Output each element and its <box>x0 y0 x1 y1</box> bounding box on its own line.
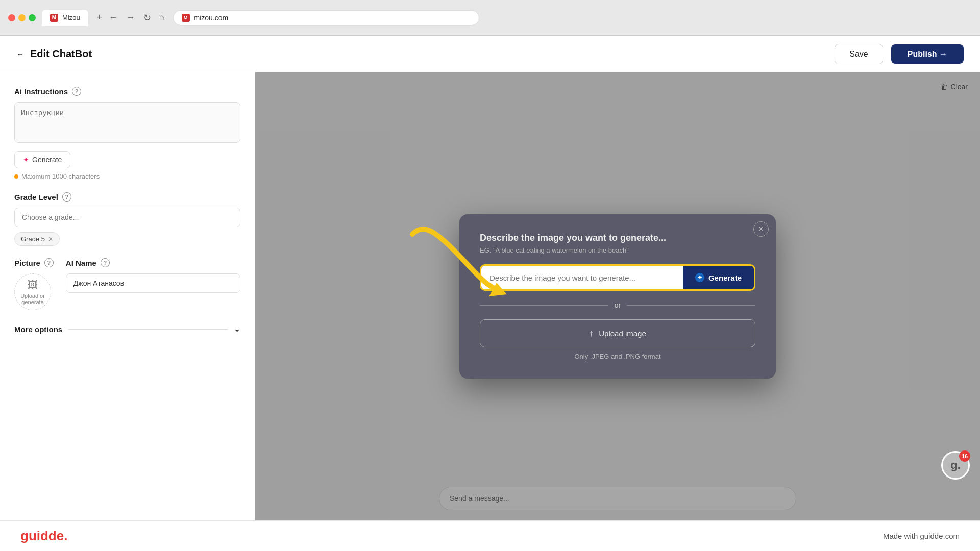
instruction-textarea[interactable] <box>14 102 240 143</box>
guidde-badge[interactable]: g. 16 <box>941 451 970 480</box>
new-tab-button[interactable]: + <box>92 11 107 25</box>
upload-icon: ↑ <box>589 328 594 339</box>
picture-label: Picture ? <box>14 258 54 267</box>
upload-label: Upload image <box>599 329 646 338</box>
home-button[interactable]: ⌂ <box>157 10 167 25</box>
more-options-label: More options <box>14 325 62 334</box>
tab-label: Mizou <box>62 14 80 21</box>
publish-button[interactable]: Publish → <box>891 44 964 64</box>
save-button[interactable]: Save <box>835 44 883 64</box>
ai-name-help-icon[interactable]: ? <box>101 258 110 267</box>
grade-level-section: Grade Level ? Grade 5 ✕ <box>14 192 240 246</box>
modal-generate-button[interactable]: ✦ Generate <box>683 266 754 289</box>
footer-text: Made with guidde.com <box>883 532 960 540</box>
page-title: Edit ChatBot <box>30 48 92 60</box>
image-description-input[interactable] <box>481 266 683 289</box>
close-icon: × <box>758 224 763 234</box>
browser-tab[interactable]: M Mizou <box>42 10 88 26</box>
ai-instructions-help-icon[interactable]: ? <box>72 87 81 96</box>
ai-name-input[interactable] <box>66 273 240 293</box>
site-favicon: M <box>182 14 190 22</box>
image-generate-modal: × Describe the image you want to generat… <box>459 214 776 379</box>
divider-text: or <box>615 301 621 309</box>
back-icon: ← <box>16 49 24 58</box>
guidde-badge-letter: g. <box>950 459 961 472</box>
address-text: mizou.com <box>194 14 229 22</box>
minimize-window-button[interactable] <box>18 14 26 21</box>
picture-upload-button[interactable]: 🖼 Upload or generate <box>14 273 51 310</box>
picture-section: Picture ? 🖼 Upload or generate <box>14 258 54 310</box>
modal-subtitle: EG. "A blue cat eating a watermelon on t… <box>480 246 755 254</box>
grade-input[interactable] <box>14 208 240 227</box>
more-options-toggle[interactable]: More options ⌄ <box>14 324 240 334</box>
left-sidebar: Ai Instructions ? ✦ Generate Maximum 100… <box>0 72 255 520</box>
close-window-button[interactable] <box>8 14 15 21</box>
ai-name-section: AI Name ? <box>66 258 240 293</box>
divider-line-right <box>627 305 755 306</box>
header-actions: Save Publish → <box>835 44 964 64</box>
address-bar[interactable]: M mizou.com <box>173 10 479 26</box>
app-header: ← Edit ChatBot Save Publish → <box>0 36 980 72</box>
max-chars-notice: Maximum 1000 characters <box>14 172 240 180</box>
forward-button[interactable]: → <box>124 10 137 25</box>
more-options-divider <box>68 329 228 330</box>
sparkle-icon: ✦ <box>23 156 29 164</box>
right-area: 🗑 Clear × Describe the image you want to… <box>255 72 980 520</box>
modal-divider: or <box>480 301 755 309</box>
back-button[interactable]: ← <box>107 10 120 25</box>
upload-image-button[interactable]: ↑ Upload image <box>480 319 755 347</box>
generate-label: Generate <box>32 156 62 164</box>
ai-instructions-label: Ai Instructions <box>14 87 68 96</box>
generate-instructions-button[interactable]: ✦ Generate <box>14 151 70 168</box>
browser-window-controls <box>8 14 36 21</box>
picture-name-row: Picture ? 🖼 Upload or generate AI Name ? <box>14 258 240 310</box>
modal-title: Describe the image you want to generate.… <box>480 233 755 243</box>
modal-close-button[interactable]: × <box>753 221 769 237</box>
ai-instructions-section: Ai Instructions ? <box>14 87 240 96</box>
tab-favicon: M <box>50 14 58 22</box>
footer: guidde. Made with guidde.com <box>0 520 980 551</box>
back-button[interactable]: ← <box>16 49 24 58</box>
grade-help-icon[interactable]: ? <box>62 192 71 202</box>
format-note: Only .JPEG and .PNG format <box>480 353 755 360</box>
browser-nav: ← → ↻ ⌂ <box>107 10 167 26</box>
browser-chrome: M Mizou + ← → ↻ ⌂ M mizou.com <box>0 0 980 36</box>
modal-input-row: ✦ Generate <box>480 264 755 291</box>
image-icon: 🖼 <box>28 279 38 291</box>
picture-upload-text: Upload or generate <box>15 293 51 305</box>
refresh-button[interactable]: ↻ <box>141 10 153 26</box>
guidde-logo: guidde. <box>20 528 67 544</box>
grade-level-label: Grade Level ? <box>14 192 240 202</box>
maximize-window-button[interactable] <box>29 14 36 21</box>
divider-line-left <box>480 305 608 306</box>
grade-tag: Grade 5 ✕ <box>14 232 60 246</box>
grade-tag-remove-button[interactable]: ✕ <box>48 236 53 243</box>
ai-name-label: AI Name ? <box>66 258 240 267</box>
sparkle-icon: ✦ <box>695 273 704 282</box>
badge-notification-count: 16 <box>959 450 970 462</box>
modal-generate-label: Generate <box>708 273 742 282</box>
max-chars-text: Maximum 1000 characters <box>21 172 100 180</box>
chevron-down-icon: ⌄ <box>234 324 240 334</box>
grade-tag-label: Grade 5 <box>21 235 45 243</box>
picture-help-icon[interactable]: ? <box>44 258 54 267</box>
warning-dot-icon <box>14 174 18 179</box>
main-layout: Ai Instructions ? ✦ Generate Maximum 100… <box>0 72 980 520</box>
